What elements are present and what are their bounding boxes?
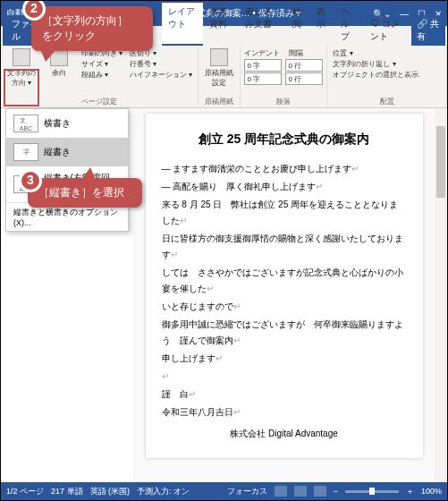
hyphenation-button[interactable]: ハイフネーション ▾ (128, 70, 194, 80)
doc-line: 令和三年八月吉日↵ (162, 404, 407, 420)
document-area: 創立 25 周年記念式典の御案内 — ますます御清栄のこととお慶び申し上げます↵… (133, 108, 435, 482)
group-genkou: 原稿用紙 設定 原稿用紙 (199, 46, 241, 107)
zoom-in-button[interactable]: ＋ (406, 486, 414, 497)
text-direction-icon (13, 48, 30, 66)
status-page[interactable]: 1/2 ページ (6, 486, 44, 497)
line-numbers-button[interactable]: 行番号 ▾ (128, 59, 194, 69)
text-direction-button[interactable]: 文字列の 方向 ▾ (4, 48, 38, 88)
selection-pane-button[interactable]: オブジェクトの選択と表示 (331, 70, 443, 80)
share-button[interactable]: 🔗 共有 (411, 15, 445, 46)
callout-3-number: 3 (19, 169, 42, 192)
thumb-vertical-icon: 字 (13, 143, 38, 161)
spacing-after-input[interactable]: 0 行 (285, 72, 323, 85)
group-label-page-setup: ページ設定 (4, 97, 194, 106)
doc-line: 御多用中誠に恐縮ではございますが 何卒御来臨賜りますよう 謹んで御案内↵ (162, 317, 407, 349)
columns-button[interactable]: 段組み ▾ (80, 70, 124, 80)
group-arrange: 位置 ▾ 文字列の折り返し ▾ オブジェクトの選択と表示 配置 (327, 46, 447, 107)
view-read-icon[interactable] (275, 486, 287, 497)
group-label-paragraph: 段落 (244, 97, 323, 106)
tab-7[interactable]: 校閲 (286, 3, 310, 46)
status-predict[interactable]: 予測入力: オン (137, 486, 190, 497)
doc-line: — ますます御清栄のこととお慶び申し上げます↵ (162, 161, 407, 177)
status-words[interactable]: 217 単語 (51, 486, 83, 497)
group-label-genkou: 原稿用紙 (202, 97, 236, 106)
status-zoom[interactable]: 100% (421, 487, 442, 496)
indent-header: インデント (244, 48, 280, 58)
spacing-before-input[interactable]: 0 行 (285, 59, 323, 72)
doc-company: 株式会社 Digital Advantage (162, 426, 407, 442)
page-setup-stack-2: 区切り ▾ 行番号 ▾ ハイフネーション ▾ (128, 48, 194, 88)
tab-8[interactable]: 表示 (310, 3, 334, 46)
thumb-horizontal-icon: 文ABC (13, 115, 38, 132)
tab-6[interactable]: 差し込み文書 (239, 3, 286, 46)
ribbon: 文字列の 方向 ▾ 余白 印刷の向き ▾ サイズ ▾ 段組み ▾ 区切り ▾ 行… (1, 46, 447, 108)
dropdown-label: 縦書き (44, 146, 71, 158)
group-page-setup: 文字列の 方向 ▾ 余白 印刷の向き ▾ サイズ ▾ 段組み ▾ 区切り ▾ 行… (1, 46, 199, 107)
wrap-text-button[interactable]: 文字列の折り返し ▾ (331, 59, 443, 69)
scrollbar-thumb[interactable] (436, 126, 445, 198)
doc-line: ↵ (162, 369, 407, 385)
tab-5[interactable]: 参考資料 (203, 3, 239, 46)
dropdown-item-vertical[interactable]: 字 縦書き (6, 138, 128, 166)
status-focus[interactable]: フォーカス (227, 486, 267, 497)
callout-3-text: ［縦書き］を選択 (38, 186, 124, 199)
tab-4[interactable]: レイアウト (162, 3, 204, 46)
size-button[interactable]: サイズ ▾ (80, 59, 124, 69)
doc-line: 謹 白↵ (162, 386, 407, 403)
indent-right-input[interactable]: 0 字 (244, 72, 282, 85)
doc-line: いと存じますので↵ (162, 299, 407, 315)
zoom-slider[interactable] (345, 490, 399, 493)
spacing-header: 間隔 (289, 48, 303, 58)
genkou-icon (210, 48, 228, 66)
callout-3: 3 ［縦書き］を選択 (28, 178, 142, 208)
doc-line: 来る 8 月 25 日 弊社は創立 25 周年を迎えることとなりました↵ (162, 197, 407, 229)
doc-line: — 高配を賜り 厚く御礼申し上げます↵ (162, 179, 407, 195)
doc-line: 日に皆様方の御支援御厚情の賜物と深く感謝いたしております↵ (162, 231, 407, 263)
indent-left-input[interactable]: 0 字 (244, 59, 282, 72)
page-setup-stack-1: 印刷の向き ▾ サイズ ▾ 段組み ▾ (80, 48, 124, 88)
page[interactable]: 創立 25 周年記念式典の御案内 — ますます御清栄のこととお慶び申し上げます↵… (146, 114, 423, 458)
view-web-icon[interactable] (314, 486, 326, 497)
doc-line: しては ささやかではございますが記念式典と心ばかりの小宴を催した↵ (162, 265, 407, 297)
callout-2: 2 ［文字列の方向］ をクリック (31, 6, 153, 51)
doc-line: 申し上げます↵ (162, 351, 407, 367)
dropdown-item-horizontal[interactable]: 文ABC 横書き (6, 109, 128, 138)
vertical-scrollbar[interactable] (435, 108, 447, 482)
status-bar: 1/2 ページ 217 単語 英語 (米国) 予測入力: オン フォーカス − … (1, 482, 447, 500)
comments-button[interactable]: 🗨 コメント (365, 15, 411, 46)
genkou-button[interactable]: 原稿用紙 設定 (202, 48, 236, 88)
position-button[interactable]: 位置 ▾ (331, 48, 443, 58)
doc-heading: 創立 25 周年記念式典の御案内 (162, 128, 407, 150)
status-lang[interactable]: 英語 (米国) (90, 486, 131, 497)
view-print-icon[interactable] (294, 486, 307, 497)
group-paragraph: インデント 間隔 0 字 0 行 0 字 0 行 段落 (241, 46, 327, 107)
zoom-out-button[interactable]: − (334, 487, 338, 496)
callout-2-text: ［文字列の方向］ をクリック (42, 14, 128, 42)
group-label-arrange: 配置 (331, 97, 443, 106)
tab-9[interactable]: ヘルプ (334, 3, 365, 46)
dropdown-label: 横書き (44, 117, 71, 130)
